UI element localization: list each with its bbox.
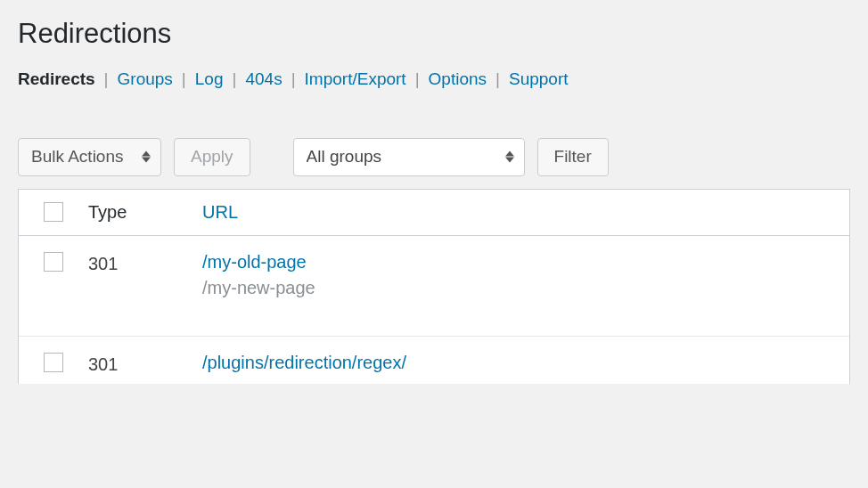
redirects-table: Type URL 301 /my-old-page /my-new-page 3…	[18, 189, 850, 384]
tab-separator: |	[291, 69, 296, 89]
tab-separator: |	[495, 69, 500, 89]
group-filter-select-wrap: All groups	[293, 138, 525, 176]
group-filter-select[interactable]: All groups	[293, 138, 525, 176]
tab-bar: Redirects | Groups | Log | 404s | Import…	[18, 69, 850, 89]
bulk-actions-select[interactable]: Bulk Actions	[18, 138, 161, 176]
tab-redirects[interactable]: Redirects	[18, 69, 95, 89]
column-header-type: Type	[88, 202, 202, 223]
tab-groups[interactable]: Groups	[118, 69, 173, 89]
row-checkbox[interactable]	[44, 353, 63, 372]
tab-separator: |	[104, 69, 109, 89]
toolbar: Bulk Actions Apply All groups Filter	[18, 138, 850, 176]
filter-button[interactable]: Filter	[537, 138, 609, 176]
table-row: 301 /plugins/redirection/regex/	[19, 337, 849, 384]
bulk-actions-select-wrap: Bulk Actions	[18, 138, 161, 176]
tab-separator: |	[233, 69, 237, 89]
tab-support[interactable]: Support	[509, 69, 569, 89]
page-title: Redirections	[18, 18, 850, 50]
row-source-url[interactable]: /plugins/redirection/regex/	[202, 353, 406, 373]
column-header-url[interactable]: URL	[202, 202, 849, 223]
table-row: 301 /my-old-page /my-new-page	[19, 236, 849, 337]
row-source-url[interactable]: /my-old-page	[202, 252, 307, 272]
row-checkbox[interactable]	[44, 252, 63, 272]
row-type: 301	[88, 252, 202, 274]
tab-import-export[interactable]: Import/Export	[305, 69, 406, 89]
select-all-checkbox[interactable]	[44, 202, 63, 222]
row-target-url: /my-new-page	[202, 278, 849, 298]
table-header: Type URL	[19, 190, 849, 236]
tab-separator: |	[415, 69, 420, 89]
apply-button[interactable]: Apply	[174, 138, 250, 176]
tab-options[interactable]: Options	[429, 69, 487, 89]
row-type: 301	[88, 353, 202, 375]
tab-log[interactable]: Log	[195, 69, 224, 89]
tab-separator: |	[182, 69, 186, 89]
tab-404s[interactable]: 404s	[245, 69, 282, 89]
